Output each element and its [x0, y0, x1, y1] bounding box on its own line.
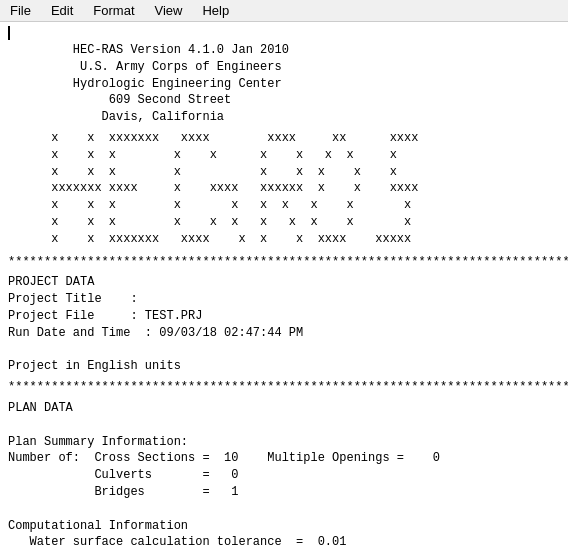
- content-area[interactable]: HEC-RAS Version 4.1.0 Jan 2010 U.S. Army…: [0, 22, 568, 547]
- menu-format[interactable]: Format: [87, 2, 140, 19]
- plan-section: PLAN DATA Plan Summary Information: Numb…: [8, 400, 560, 547]
- text-cursor: [8, 26, 10, 40]
- logo-text: x x xxxxxxx xxxx xxxx xx xxxx x x x x x …: [8, 130, 560, 248]
- menubar: File Edit Format View Help: [0, 0, 568, 22]
- menu-edit[interactable]: Edit: [45, 2, 79, 19]
- project-section: PROJECT DATA Project Title : Project Fil…: [8, 274, 560, 375]
- menu-view[interactable]: View: [149, 2, 189, 19]
- header-text: HEC-RAS Version 4.1.0 Jan 2010 U.S. Army…: [8, 42, 560, 126]
- separator1: ****************************************…: [8, 254, 560, 271]
- separator2: ****************************************…: [8, 379, 560, 396]
- menu-file[interactable]: File: [4, 2, 37, 19]
- menu-help[interactable]: Help: [196, 2, 235, 19]
